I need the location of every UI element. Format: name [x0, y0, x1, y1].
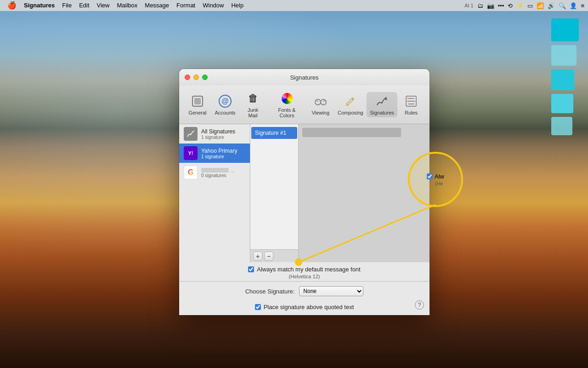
signatures-toolbar-icon [374, 94, 389, 109]
help-button[interactable]: ? [415, 300, 424, 310]
glasses-icon [314, 95, 327, 108]
font-match-checkbox[interactable] [248, 266, 254, 272]
toolbar-item-junk[interactable]: 🗑 Junk Mail [239, 89, 267, 120]
dialog-footer: Always match my default message font (He… [179, 262, 430, 315]
toolbar-item-fonts[interactable]: Fonts & Colors [267, 89, 307, 120]
font-match-label: Always match my default message font [257, 266, 360, 273]
desktop-folder-2[interactable] [551, 45, 577, 66]
signature-list: Signature #1 [250, 124, 298, 142]
choose-sig-label: Choose Signature: [245, 288, 295, 295]
toolbar-item-signatures[interactable]: Signatures [367, 92, 397, 117]
toolbar-item-rules[interactable]: Rules [397, 92, 425, 117]
signature-list-controls: + − [250, 249, 298, 262]
rules-icon [404, 94, 418, 109]
bluetooth-icon: ⚡ [516, 2, 524, 9]
search-icon[interactable]: 🔍 [559, 2, 566, 9]
all-signatures-icon [184, 127, 198, 141]
signature-preview-bar [302, 128, 426, 137]
dropbox-icon: 🗂 [477, 2, 483, 9]
menubar-right: AI 1 🗂 📷 ••• ⟲ ⚡ ▭ 📶 🔊 🔍 👤 ≡ [464, 2, 584, 9]
close-button[interactable] [185, 75, 190, 80]
menu-message[interactable]: Message [141, 0, 173, 11]
google-info: ... 0 signatures [201, 167, 235, 178]
google-g-letter: G [188, 168, 193, 177]
general-icon [190, 94, 205, 109]
apple-menu[interactable]: 🍎 [4, 0, 20, 11]
user-icon[interactable]: 👤 [570, 2, 577, 9]
google-more: ... [231, 167, 235, 173]
fonts-icon [280, 91, 294, 106]
menu-view[interactable]: View [93, 0, 113, 11]
general-label: General [188, 110, 206, 115]
menu-format[interactable]: Format [173, 0, 199, 11]
at-sign-icon: @ [219, 95, 232, 108]
choose-signature-row: Choose Signature: None At Random In Sequ… [179, 281, 430, 301]
font-match-sub: (Helvetica 12) [289, 274, 320, 279]
wifi-icon: 📶 [537, 2, 544, 9]
signature-pen-icon [375, 95, 388, 108]
fonts-label: Fonts & Colors [271, 107, 303, 118]
signature-item-1[interactable]: Signature #1 [251, 127, 297, 139]
accounts-panel: All Signatures 1 signature Y! Yahoo Prim… [179, 124, 250, 262]
color-wheel-icon [282, 93, 293, 104]
traffic-lights [185, 75, 208, 80]
annotation-checkbox [427, 173, 433, 179]
desktop-icons [551, 18, 579, 135]
minimize-button[interactable] [193, 75, 199, 80]
toolbar-item-accounts[interactable]: @ Accounts [211, 92, 239, 117]
viewing-icon [313, 94, 328, 109]
account-item-all[interactable]: All Signatures 1 signature [179, 124, 250, 144]
place-sig-checkbox[interactable] [255, 304, 261, 310]
pen-icon [344, 95, 357, 108]
menu-edit[interactable]: Edit [75, 0, 93, 11]
dialog-title: Signatures [290, 74, 318, 81]
menu-help[interactable]: Help [227, 0, 247, 11]
account-item-yahoo[interactable]: Y! Yahoo Primary 1 signature [179, 144, 250, 163]
volume-icon: 🔊 [548, 2, 555, 9]
desktop-folder-5[interactable] [551, 117, 572, 135]
place-sig-label: Place signature above quoted text [264, 304, 354, 310]
menu-mail[interactable]: Signatures [20, 0, 58, 11]
yahoo-name: Yahoo Primary [201, 148, 237, 154]
google-icon: G [184, 166, 198, 179]
google-count: 0 signatures [201, 173, 235, 178]
menubar: 🍎 Signatures File Edit View Mailbox Mess… [0, 0, 588, 11]
remove-signature-button[interactable]: − [264, 252, 273, 261]
composing-label: Composing [338, 110, 363, 115]
accounts-label: Accounts [215, 110, 235, 115]
list-icon[interactable]: ≡ [581, 2, 584, 9]
title-bar: Signatures [179, 69, 430, 86]
time-machine-icon: ⟲ [508, 2, 513, 9]
dialog-toolbar: General @ Accounts 🗑 Junk Mail [179, 86, 430, 124]
annotation-checkbox-row: Alw [427, 173, 444, 180]
yahoo-count: 1 signature [201, 154, 237, 159]
choose-sig-select[interactable]: None At Random In Sequential Order Signa… [299, 286, 363, 296]
accounts-icon: @ [218, 94, 232, 109]
toolbar-item-viewing[interactable]: Viewing [307, 92, 334, 117]
account-item-google[interactable]: G ... 0 signatures [179, 163, 250, 182]
google-name [201, 168, 229, 172]
toolbar-item-composing[interactable]: Composing [334, 92, 367, 117]
maximize-button[interactable] [202, 75, 208, 80]
desktop-folder-3[interactable] [551, 69, 574, 90]
desktop-folder-1[interactable] [551, 18, 579, 41]
toolbar-item-general[interactable]: General [184, 92, 211, 117]
signature-list-panel: Signature #1 + − [250, 124, 299, 262]
annotation-inner: Alw (He [423, 169, 448, 190]
trash-icon: 🗑 [247, 92, 260, 105]
preview-blurred-text [302, 128, 401, 137]
yahoo-info: Yahoo Primary 1 signature [201, 148, 237, 159]
all-signatures-name: All Signatures [201, 128, 235, 135]
composing-icon [343, 94, 358, 109]
desktop: 🍎 Signatures File Edit View Mailbox Mess… [0, 0, 588, 368]
menu-mailbox[interactable]: Mailbox [113, 0, 141, 11]
junk-icon: 🗑 [246, 91, 260, 106]
add-signature-button[interactable]: + [253, 252, 262, 261]
yahoo-icon: Y! [184, 146, 198, 160]
ai-indicator: AI 1 [464, 3, 474, 8]
all-signatures-count: 1 signature [201, 135, 235, 140]
content-area: All Signatures 1 signature Y! Yahoo Prim… [179, 124, 430, 262]
menu-window[interactable]: Window [199, 0, 227, 11]
menu-file[interactable]: File [58, 0, 75, 11]
desktop-folder-4[interactable] [551, 94, 573, 113]
